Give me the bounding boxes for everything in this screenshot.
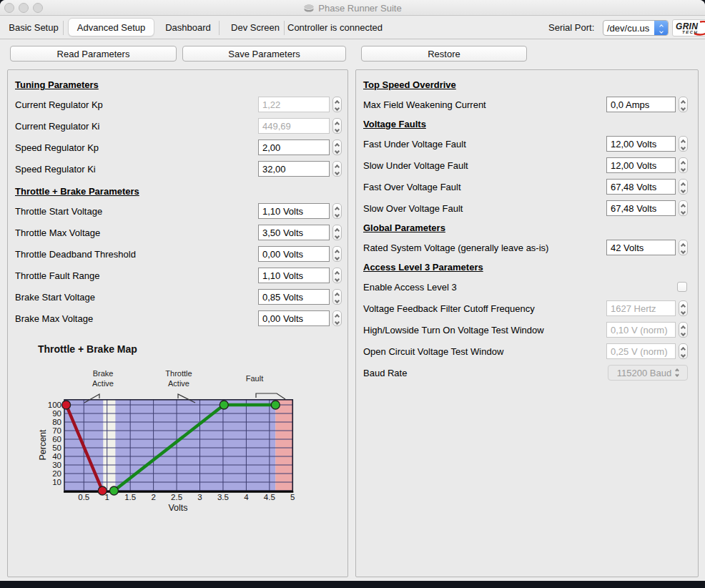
svg-text:70: 70 (52, 426, 61, 435)
svg-text:Active: Active (92, 379, 114, 388)
open-circuit-test-window-field[interactable]: 0,25 V (norm) (606, 343, 676, 359)
section-throttle-brake-parameters: Throttle + Brake Parameters (15, 182, 342, 200)
stepper-control[interactable] (332, 246, 342, 262)
param-row-brake-max-voltage: Brake Max Voltage 0,00 Volts (15, 308, 342, 329)
stepper-control[interactable] (332, 161, 342, 177)
param-row-high-lowside-test-window: High/Lowside Turn On Voltage Test Window… (363, 319, 688, 340)
section-voltage-faults: Voltage Faults (363, 115, 688, 133)
stepper-control[interactable] (679, 157, 688, 173)
param-row-throttle-start-voltage: Throttle Start Voltage 1,10 Volts (15, 200, 342, 222)
svg-text:0.5: 0.5 (78, 493, 89, 501)
throttle-start-voltage-field[interactable]: 1,10 Volts (258, 203, 330, 219)
param-row-slow-under-voltage: Slow Under Voltage Fault 12,00 Volts (363, 155, 688, 176)
slow-under-voltage-fault-field[interactable]: 12,00 Volts (606, 157, 676, 173)
save-parameters-button[interactable]: Save Parameters (182, 46, 346, 62)
tab-separator (63, 21, 64, 35)
param-row-throttle-deadband-threshold: Throttle Deadband Threshold 0,00 Volts (15, 243, 342, 265)
read-parameters-button[interactable]: Read Parameters (10, 46, 177, 62)
combo-stepper-icon (654, 20, 668, 36)
tab-dev-screen[interactable]: Dev Screen (229, 16, 282, 39)
fast-under-voltage-fault-field[interactable]: 12,00 Volts (606, 136, 676, 152)
fast-over-voltage-fault-field[interactable]: 67,48 Volts (606, 179, 676, 195)
stepper-control[interactable] (332, 310, 342, 326)
throttle-fault-range-field[interactable]: 1,10 Volts (258, 268, 330, 283)
stepper-control[interactable] (679, 97, 688, 112)
window-title: Phase Runner Suite (318, 3, 401, 14)
stepper-control[interactable] (679, 136, 688, 152)
stepper-control[interactable] (332, 139, 342, 155)
stepper-control[interactable] (332, 97, 342, 112)
tab-advanced-setup[interactable]: Advanced Setup (68, 18, 154, 36)
speed-regulator-kp-field[interactable]: 2,00 (258, 139, 330, 155)
param-row-enable-access-level-3: Enable Access Level 3 (363, 276, 688, 298)
param-row-fast-over-voltage: Fast Over Voltage Fault 67,48 Volts (363, 176, 688, 197)
svg-text:5: 5 (290, 493, 295, 501)
svg-text:100: 100 (48, 401, 61, 409)
svg-text:40: 40 (52, 452, 61, 461)
stepper-control[interactable] (679, 343, 688, 359)
tab-separator (219, 21, 220, 35)
stepper-control[interactable] (332, 225, 342, 240)
svg-text:Throttle: Throttle (165, 369, 192, 378)
section-global-parameters: Global Parameters (363, 219, 688, 237)
param-row-current-regulator-ki: Current Regulator Ki 449,69 (15, 115, 342, 137)
param-row-rated-system-voltage: Rated System Voltage (generally leave as… (363, 237, 688, 258)
x-axis-label: Volts (168, 503, 187, 513)
high-lowside-test-window-field[interactable]: 0,10 V (norm) (606, 322, 676, 338)
svg-text:80: 80 (52, 418, 61, 426)
svg-text:30: 30 (52, 461, 61, 469)
chart-title: Throttle + Brake Map (38, 343, 137, 355)
svg-text:Brake: Brake (93, 369, 114, 378)
current-regulator-ki-field[interactable]: 449,69 (258, 118, 330, 134)
speed-regulator-ki-field[interactable]: 32,00 (258, 161, 330, 177)
stepper-control[interactable] (332, 118, 342, 134)
svg-text:3.5: 3.5 (217, 493, 229, 501)
section-access-level-3: Access Level 3 Parameters (363, 258, 688, 276)
param-row-baud-rate: Baud Rate 115200 Baud (363, 362, 688, 383)
stepper-control[interactable] (332, 268, 342, 283)
stepper-control[interactable] (679, 179, 688, 195)
serial-port-label: Serial Port: (548, 16, 594, 39)
section-tuning-parameters: Tuning Parameters (15, 76, 342, 94)
param-row-speed-regulator-ki: Speed Regulator Ki 32,00 (15, 158, 342, 180)
current-regulator-kp-field[interactable]: 1,22 (258, 97, 330, 112)
param-row-current-regulator-kp: Current Regulator Kp 1,22 (15, 94, 342, 115)
stepper-control[interactable] (679, 300, 688, 316)
stepper-control[interactable] (679, 240, 688, 255)
param-row-voltage-feedback-cutoff: Voltage Feedback Filter Cutoff Frequency… (363, 298, 688, 319)
titlebar: Phase Runner Suite (0, 0, 705, 16)
stepper-control[interactable] (332, 289, 342, 305)
max-field-weakening-current-field[interactable]: 0,0 Amps (606, 97, 676, 112)
param-row-open-circuit-test-window: Open Circuit Voltage Test Window 0,25 V … (363, 340, 688, 362)
enable-access-level-3-checkbox[interactable] (677, 282, 687, 292)
voltage-feedback-cutoff-field[interactable]: 1627 Hertz (606, 300, 676, 316)
param-row-slow-over-voltage: Slow Over Voltage Fault 67,48 Volts (363, 197, 688, 219)
restore-button[interactable]: Restore (361, 46, 527, 62)
y-axis-label: Percent (38, 429, 48, 461)
tab-bar: Basic Setup Advanced Setup Dashboard Dev… (0, 16, 705, 39)
throttle-brake-map-chart: Throttle + Brake Map0.511.522.533.544.55… (8, 335, 344, 514)
svg-text:4.5: 4.5 (264, 493, 275, 501)
tab-basic-setup[interactable]: Basic Setup (9, 16, 59, 39)
svg-text:Active: Active (168, 379, 189, 388)
svg-text:50: 50 (52, 444, 61, 452)
throttle-max-voltage-field[interactable]: 3,50 Volts (258, 225, 330, 240)
slow-over-voltage-fault-field[interactable]: 67,48 Volts (606, 200, 676, 216)
brake-max-voltage-field[interactable]: 0,00 Volts (258, 310, 330, 326)
stepper-control[interactable] (679, 200, 688, 216)
connection-status: Controller is connected (287, 16, 383, 39)
rated-system-voltage-field[interactable]: 42 Volts (606, 240, 676, 255)
throttle-deadband-threshold-field[interactable]: 0,00 Volts (258, 246, 330, 262)
svg-text:2: 2 (151, 493, 155, 501)
baud-rate-popup[interactable]: 115200 Baud (608, 365, 688, 381)
svg-text:1: 1 (105, 493, 109, 501)
stepper-control[interactable] (332, 203, 342, 219)
grin-tech-logo: GRIN TECH (672, 19, 705, 36)
param-row-brake-start-voltage: Brake Start Voltage 0,85 Volts (15, 286, 342, 308)
svg-text:60: 60 (52, 435, 61, 444)
serial-port-select[interactable]: /dev/cu.us (603, 20, 669, 36)
brake-start-voltage-field[interactable]: 0,85 Volts (258, 289, 330, 305)
svg-text:Fault: Fault (246, 374, 263, 383)
tab-dashboard[interactable]: Dashboard (163, 16, 213, 39)
stepper-control[interactable] (679, 322, 688, 338)
